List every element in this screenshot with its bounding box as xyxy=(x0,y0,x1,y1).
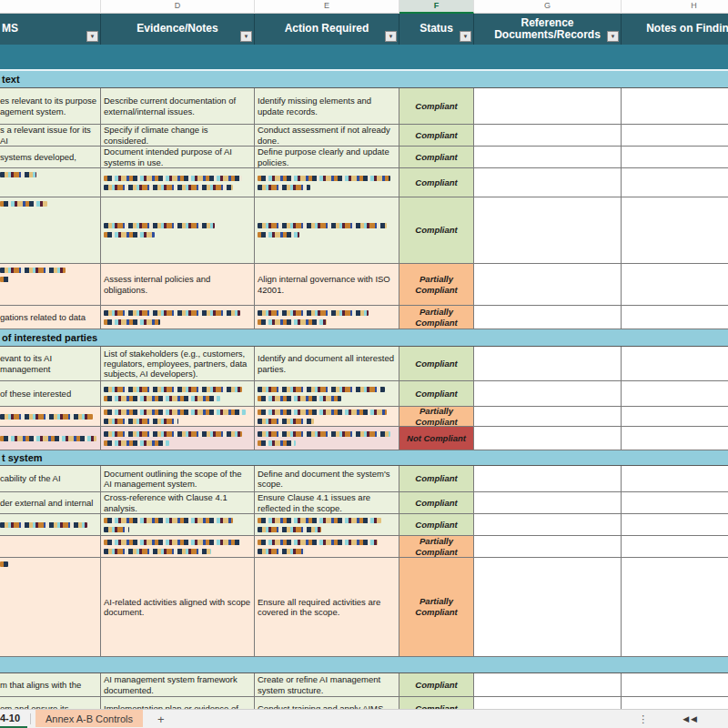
cell-action-required[interactable]: Identify and document all interested par… xyxy=(255,347,399,381)
cell-reference-documents[interactable] xyxy=(474,347,622,381)
cell-reference-documents[interactable] xyxy=(474,125,622,147)
cell-action-required[interactable] xyxy=(255,536,399,558)
cell-reference-documents[interactable] xyxy=(474,306,622,329)
cell-action-required[interactable] xyxy=(255,168,399,197)
add-sheet-button[interactable]: + xyxy=(157,710,165,728)
cell-status[interactable]: Partially Compliant xyxy=(399,558,474,657)
cell-action-required[interactable] xyxy=(255,427,399,450)
column-letter-h[interactable]: H xyxy=(622,0,728,14)
cell-action-required[interactable] xyxy=(255,381,399,407)
cell-aims-fragment[interactable] xyxy=(0,264,101,306)
cell-aims-fragment[interactable] xyxy=(0,168,101,197)
tab-clauses-4-10-active[interactable]: 4-10 xyxy=(0,710,27,728)
cell-aims-fragment[interactable]: systems developed, xyxy=(0,147,101,168)
cell-notes-findings[interactable] xyxy=(622,673,728,697)
cell-aims-fragment[interactable]: der external and internal xyxy=(0,492,101,514)
cell-status[interactable]: Compliant xyxy=(399,347,474,381)
cell-notes-findings[interactable] xyxy=(622,558,728,657)
cell-evidence-notes[interactable] xyxy=(101,514,255,536)
cell-action-required[interactable]: Identify missing elements and update rec… xyxy=(255,88,399,125)
cell-reference-documents[interactable] xyxy=(474,264,622,306)
cell-aims-fragment[interactable]: es relevant to its purpose agement syste… xyxy=(0,88,101,125)
header-reference-documents[interactable]: Reference Documents/Records▼ xyxy=(474,14,622,45)
cell-evidence-notes[interactable] xyxy=(101,197,255,264)
cell-reference-documents[interactable] xyxy=(474,88,622,125)
filter-icon[interactable]: ▼ xyxy=(86,31,98,42)
cell-aims-fragment[interactable]: s a relevant issue for its AI xyxy=(0,125,101,147)
cell-evidence-notes[interactable]: List of stakeholders (e.g., customers, r… xyxy=(101,347,255,381)
cell-action-required[interactable]: Align internal governance with ISO 42001… xyxy=(255,264,399,306)
cell-evidence-notes[interactable] xyxy=(101,381,255,407)
cell-action-required[interactable]: Define and document the system's scope. xyxy=(255,466,399,492)
cell-notes-findings[interactable] xyxy=(622,88,728,125)
cell-aims-fragment[interactable]: gations related to data xyxy=(0,306,101,329)
header-evidence-notes[interactable]: Evidence/Notes▼ xyxy=(101,14,255,45)
cell-status[interactable]: Compliant xyxy=(399,197,474,264)
cell-status[interactable]: Compliant xyxy=(399,168,474,197)
cell-action-required[interactable]: Define purpose clearly and update polici… xyxy=(255,147,399,168)
tab-annex-ab-controls[interactable]: Annex A-B Controls xyxy=(35,710,143,727)
cell-action-required[interactable] xyxy=(255,514,399,536)
cell-notes-findings[interactable] xyxy=(622,697,728,709)
cell-notes-findings[interactable] xyxy=(622,168,728,197)
cell-evidence-notes[interactable]: Document intended purpose of AI systems … xyxy=(101,147,255,168)
header-aims[interactable]: MS▼ xyxy=(0,14,101,45)
cell-reference-documents[interactable] xyxy=(474,427,622,450)
cell-aims-fragment[interactable] xyxy=(0,197,101,264)
cell-notes-findings[interactable] xyxy=(622,536,728,558)
column-letter-d[interactable]: D xyxy=(101,0,255,14)
kebab-menu-icon[interactable]: ⋮ xyxy=(638,710,648,728)
cell-action-required[interactable] xyxy=(255,407,399,427)
cell-status[interactable]: Compliant xyxy=(399,125,474,147)
cell-aims-fragment[interactable]: evant to its AI management xyxy=(0,347,101,381)
cell-notes-findings[interactable] xyxy=(622,514,728,536)
cell-notes-findings[interactable] xyxy=(622,197,728,264)
cell-reference-documents[interactable] xyxy=(474,697,622,709)
title-band-row[interactable] xyxy=(0,45,728,71)
cell-status[interactable]: Compliant xyxy=(399,147,474,168)
cell-reference-documents[interactable] xyxy=(474,147,622,168)
cell-reference-documents[interactable] xyxy=(474,197,622,264)
cell-evidence-notes[interactable] xyxy=(101,536,255,558)
cell-action-required[interactable]: Conduct assessment if not already done. xyxy=(255,125,399,147)
cell-status[interactable]: Compliant xyxy=(399,88,474,125)
cell-notes-findings[interactable] xyxy=(622,147,728,168)
cell-action-required[interactable] xyxy=(255,306,399,329)
cell-status[interactable]: Compliant xyxy=(399,514,474,536)
filter-icon[interactable]: ▼ xyxy=(460,31,471,42)
cell-status[interactable]: Partially Compliant xyxy=(399,306,474,329)
cell-status[interactable]: Compliant xyxy=(399,381,474,407)
cell-notes-findings[interactable] xyxy=(622,347,728,381)
section-header-row[interactable]: of interested parties xyxy=(0,329,728,347)
cell-aims-fragment[interactable] xyxy=(0,427,101,450)
cell-evidence-notes[interactable] xyxy=(101,306,255,329)
cell-aims-fragment[interactable] xyxy=(0,536,101,558)
cell-notes-findings[interactable] xyxy=(622,407,728,427)
cell-evidence-notes[interactable]: Cross-reference with Clause 4.1 analysis… xyxy=(101,492,255,514)
cell-status[interactable]: Partially Compliant xyxy=(399,407,474,427)
filter-icon[interactable]: ▼ xyxy=(385,31,397,42)
cell-notes-findings[interactable] xyxy=(622,492,728,514)
cell-aims-fragment[interactable]: of these interested xyxy=(0,381,101,407)
cell-reference-documents[interactable] xyxy=(474,673,622,697)
cell-status[interactable]: Partially Compliant xyxy=(399,264,474,306)
cell-action-required[interactable]: Ensure all required activities are cover… xyxy=(255,558,399,657)
cell-evidence-notes[interactable]: AI management system framework documente… xyxy=(101,673,255,697)
cell-aims-fragment[interactable]: m that aligns with the xyxy=(0,673,101,697)
column-letter-g[interactable]: G xyxy=(474,0,622,14)
cell-aims-fragment[interactable]: cability of the AI xyxy=(0,466,101,492)
cell-evidence-notes[interactable]: Implementation plan or evidence of xyxy=(101,697,255,709)
nav-left-icon[interactable]: ◀ xyxy=(691,714,697,723)
filter-icon[interactable]: ▼ xyxy=(607,31,619,42)
cell-aims-fragment[interactable] xyxy=(0,514,101,536)
cell-status[interactable]: Compliant xyxy=(399,697,474,709)
cell-notes-findings[interactable] xyxy=(622,427,728,450)
column-letter-f-selected[interactable]: F xyxy=(399,0,474,14)
filter-icon[interactable]: ▼ xyxy=(240,31,252,42)
cell-action-required[interactable] xyxy=(255,197,399,264)
cell-reference-documents[interactable] xyxy=(474,558,622,657)
cell-evidence-notes[interactable]: Document outlining the scope of the AI m… xyxy=(101,466,255,492)
cell-notes-findings[interactable] xyxy=(622,381,728,407)
cell-notes-findings[interactable] xyxy=(622,306,728,329)
cell-status[interactable]: Not Compliant xyxy=(399,427,474,450)
